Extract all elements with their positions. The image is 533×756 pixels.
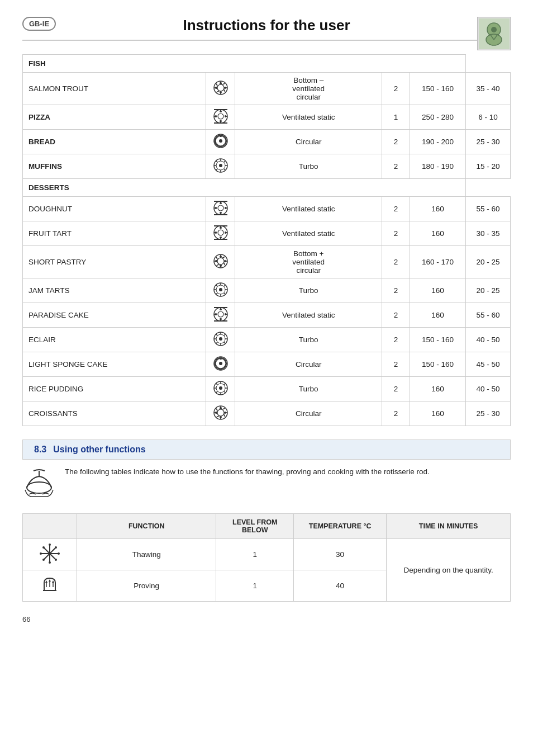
page-title: Instructions for the user (183, 17, 350, 34)
food-name: SHORT PASTRY (23, 246, 206, 278)
cooking-level: 2 (382, 352, 410, 377)
svg-marker-92 (45, 580, 47, 583)
cooking-level: 2 (382, 303, 410, 328)
cooking-mode-icon (206, 197, 235, 221)
functions-header-level: LEVEL FROM BELOW (216, 514, 294, 539)
food-name: JAM TARTS (23, 278, 206, 303)
cooking-time: 15 - 20 (466, 154, 511, 179)
cooking-mode-text: Circular (235, 401, 382, 426)
food-name: DOUGHNUT (23, 197, 206, 221)
cooking-temp: 160 (410, 197, 466, 221)
svg-line-71 (224, 391, 226, 393)
svg-marker-94 (49, 579, 51, 582)
cooking-mode-text: Ventilated static (235, 221, 382, 246)
svg-point-9 (218, 114, 223, 119)
cooking-level: 2 (382, 377, 410, 401)
food-name: PARADISE CAKE (23, 303, 206, 328)
svg-point-83 (49, 561, 51, 564)
cooking-temp: 160 (410, 278, 466, 303)
svg-point-47 (218, 311, 223, 317)
cooking-level: 2 (382, 197, 410, 221)
svg-point-87 (55, 559, 57, 561)
cooking-temp: 150 - 160 (410, 328, 466, 352)
cooking-level: 2 (382, 328, 410, 352)
svg-point-62 (219, 362, 222, 365)
functions-header-temp: TEMPERATURE °C (293, 514, 386, 539)
svg-line-44 (216, 293, 217, 295)
cooking-mode-icon (206, 130, 235, 154)
svg-marker-96 (52, 580, 54, 583)
svg-point-34 (217, 258, 224, 264)
svg-point-13 (219, 139, 222, 143)
page-number: 66 (22, 615, 511, 623)
food-name: MUFFINS (23, 154, 206, 179)
cooking-table: FISH SALMON TROUT Bottom –ventilatedcirc… (22, 54, 511, 426)
cooking-mode-text: Ventilated static (235, 303, 382, 328)
svg-point-26 (218, 205, 223, 211)
function-temp: 40 (293, 570, 386, 602)
svg-line-58 (224, 342, 226, 344)
svg-line-42 (224, 285, 226, 287)
svg-point-7 (217, 84, 224, 91)
cooking-temp: 160 (410, 401, 466, 426)
food-name: FRUIT TART (23, 221, 206, 246)
cooking-mode-text: Turbo (235, 278, 382, 303)
cooking-time: 45 - 50 (466, 352, 511, 377)
category-label: DESSERTS (23, 179, 466, 197)
functions-header-icon-col (23, 514, 77, 539)
functions-header-time: TIME IN MINUTES (387, 514, 511, 539)
svg-point-52 (219, 337, 222, 341)
cooking-mode-text: Ventilated static (235, 197, 382, 221)
svg-line-23 (216, 169, 217, 171)
cooking-temp: 150 - 160 (410, 73, 466, 105)
svg-line-70 (224, 384, 226, 385)
cooking-time: 25 - 30 (466, 401, 511, 426)
svg-point-85 (58, 552, 60, 555)
category-label: FISH (23, 55, 466, 73)
food-name: PIZZA (23, 105, 206, 130)
food-name: RICE PUDDING (23, 377, 206, 401)
food-name: CROISSANTS (23, 401, 206, 426)
header-logo-icon (477, 17, 511, 50)
functions-table: FUNCTION LEVEL FROM BELOW TEMPERATURE °C… (22, 513, 511, 602)
cooking-mode-text: Bottom +ventilatedcircular (235, 246, 382, 278)
section-number: 8.3 (34, 445, 46, 455)
gb-ie-badge: GB-IE (22, 17, 56, 31)
cooking-mode-icon (206, 246, 235, 278)
cooking-level: 1 (382, 105, 410, 130)
cooking-mode-icon (206, 154, 235, 179)
cooking-mode-icon (206, 352, 235, 377)
cooking-temp: 190 - 200 (410, 130, 466, 154)
svg-line-24 (216, 161, 217, 163)
function-temp: 30 (293, 539, 386, 570)
svg-point-75 (217, 409, 224, 416)
cooking-mode-text: Ventilated static (235, 105, 382, 130)
section-8-3-heading: 8.3 Using other functions (22, 440, 511, 460)
function-icon (23, 539, 77, 570)
svg-point-30 (218, 230, 223, 235)
cooking-temp: 150 - 160 (410, 352, 466, 377)
cooking-mode-text: Turbo (235, 328, 382, 352)
svg-point-37 (219, 288, 222, 291)
cooking-temp: 160 (410, 221, 466, 246)
function-name: Proving (77, 570, 216, 602)
cooking-temp: 160 (410, 377, 466, 401)
cooking-mode-text: Turbo (235, 377, 382, 401)
cooking-mode-text: Turbo (235, 154, 382, 179)
food-name: SALMON TROUT (23, 73, 206, 105)
cooking-level: 2 (382, 278, 410, 303)
cooking-time: 40 - 50 (466, 328, 511, 352)
svg-point-89 (42, 559, 45, 561)
svg-line-22 (224, 169, 226, 171)
cooking-temp: 250 - 280 (410, 105, 466, 130)
section-description-area: The following tables indicate how to use… (22, 466, 511, 504)
function-icon (23, 570, 77, 602)
cooking-mode-icon (206, 278, 235, 303)
functions-header-function: FUNCTION (77, 514, 216, 539)
cooking-mode-icon (206, 401, 235, 426)
svg-line-72 (216, 391, 217, 393)
svg-point-5 (491, 27, 497, 32)
function-name: Thawing (77, 539, 216, 570)
food-name: ECLAIR (23, 328, 206, 352)
svg-point-88 (55, 546, 57, 549)
